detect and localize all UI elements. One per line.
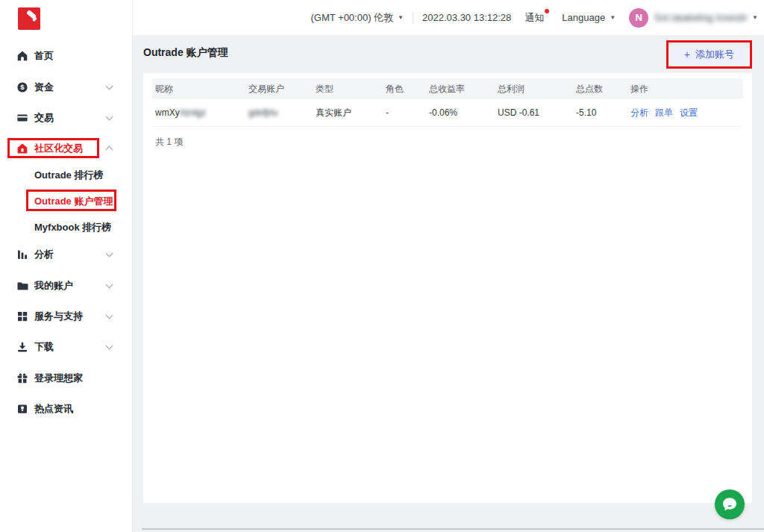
timezone-selector[interactable]: (GMT +00:00) 伦敦 ▼ bbox=[310, 11, 404, 25]
column-header: 操作 bbox=[630, 83, 743, 96]
sidebar-item-label: 我的账户 bbox=[34, 279, 73, 292]
horizontal-scrollbar[interactable] bbox=[142, 528, 764, 530]
sidebar-item-label: 登录理想家 bbox=[34, 372, 83, 385]
download-icon bbox=[16, 341, 28, 353]
cell-nickname: wmXyrtznlgz bbox=[155, 107, 248, 118]
plus-icon: + bbox=[684, 49, 690, 60]
chevron-down-icon bbox=[106, 342, 113, 350]
sidebar-item-label: Myfxbook 排行榜 bbox=[34, 221, 111, 234]
sidebar-item-label: Outrade 账户管理 bbox=[34, 195, 113, 208]
account-masked: gdofjrlu bbox=[248, 107, 278, 118]
table-summary: 共 1 项 bbox=[155, 136, 740, 148]
language-label: Language bbox=[562, 12, 605, 23]
sidebar-item-trade[interactable]: 交易 bbox=[0, 110, 133, 126]
sidebar-item-label: 首页 bbox=[34, 49, 54, 63]
community-home-icon bbox=[16, 143, 28, 154]
table-header-row: 昵称 交易账户 类型 角色 总收益率 总利润 总点数 操作 bbox=[152, 78, 743, 99]
sidebar-item-home[interactable]: 首页 bbox=[0, 48, 133, 64]
caret-down-icon: ▼ bbox=[398, 14, 404, 21]
nickname-masked: rtznlgz bbox=[180, 107, 206, 118]
live-chat-button[interactable] bbox=[715, 489, 745, 519]
username-masked: Sot tatakeling Investing bbox=[654, 12, 748, 23]
column-header: 总利润 bbox=[498, 83, 576, 96]
column-header: 总点数 bbox=[576, 83, 630, 96]
chat-bubble-icon bbox=[721, 495, 739, 513]
sidebar-item-funds[interactable]: $ 资金 bbox=[0, 79, 133, 96]
sidebar-item-my-account[interactable]: 我的账户 bbox=[0, 278, 133, 294]
sidebar-item-hot-news[interactable]: 热点资讯 bbox=[0, 401, 133, 417]
chevron-up-icon bbox=[106, 146, 113, 154]
sidebar-item-community-trading[interactable]: 社区化交易 bbox=[0, 140, 133, 157]
page-header: Outrade 账户管理 + 添加账号 bbox=[133, 35, 764, 71]
svg-text:$: $ bbox=[20, 83, 25, 91]
sidebar-item-label: 热点资讯 bbox=[34, 402, 73, 416]
settings-link[interactable]: 设置 bbox=[680, 107, 698, 119]
column-header: 交易账户 bbox=[248, 83, 316, 96]
sidebar-item-outrade-accounts[interactable]: Outrade 账户管理 bbox=[0, 193, 133, 210]
accounts-table: 昵称 交易账户 类型 角色 总收益率 总利润 总点数 操作 wmXyrtznlg… bbox=[152, 78, 743, 127]
sidebar-item-services[interactable]: 服务与支持 bbox=[0, 308, 133, 325]
sidebar-item-label: 下载 bbox=[34, 340, 54, 354]
column-header: 总收益率 bbox=[429, 83, 498, 96]
topbar-divider bbox=[413, 13, 413, 23]
home-icon bbox=[16, 50, 28, 62]
sidebar-item-label: 服务与支持 bbox=[34, 310, 83, 323]
sidebar-item-label: 社区化交易 bbox=[34, 142, 83, 155]
sidebar: 首页 $ 资金 交易 社区化交易 Outrade 排行榜 Outrade 账户管… bbox=[0, 0, 133, 532]
main-area: (GMT +00:00) 伦敦 ▼ 2022.03.30 13:12:28 通知… bbox=[133, 0, 764, 532]
news-pin-icon bbox=[16, 403, 28, 415]
sidebar-item-outrade-ranking[interactable]: Outrade 排行榜 bbox=[0, 167, 133, 184]
cell-type: 真实账户 bbox=[316, 107, 386, 119]
dollar-icon: $ bbox=[16, 81, 28, 93]
annotation-box-add-account: + 添加账号 bbox=[666, 40, 752, 69]
sidebar-item-lixiangjia[interactable]: 登录理想家 bbox=[0, 370, 133, 387]
sidebar-item-download[interactable]: 下载 bbox=[0, 339, 133, 355]
user-menu[interactable]: Sot tatakeling Investing ▼ bbox=[648, 12, 758, 23]
bar-chart-icon bbox=[16, 248, 28, 260]
folder-icon bbox=[16, 280, 28, 292]
chevron-down-icon bbox=[106, 83, 113, 90]
brand-logo[interactable] bbox=[18, 7, 40, 30]
sidebar-item-analysis[interactable]: 分析 bbox=[0, 246, 133, 263]
grid-icon bbox=[16, 310, 28, 322]
chevron-down-icon bbox=[106, 113, 113, 121]
caret-down-icon: ▼ bbox=[752, 14, 758, 21]
add-account-button[interactable]: + 添加账号 bbox=[674, 45, 745, 64]
table-row: wmXyrtznlgz gdofjrlu 真实账户 - -0.06% USD -… bbox=[152, 99, 743, 127]
sidebar-item-label: 交易 bbox=[34, 111, 54, 125]
add-account-label: 添加账号 bbox=[695, 48, 734, 61]
cell-profit: USD -0.61 bbox=[498, 107, 576, 118]
analyze-link[interactable]: 分析 bbox=[630, 107, 648, 119]
gift-icon bbox=[16, 372, 28, 384]
cell-actions: 分析 跟单 设置 bbox=[630, 107, 743, 119]
timezone-label: (GMT +00:00) 伦敦 bbox=[310, 11, 393, 25]
content-card: 昵称 交易账户 类型 角色 总收益率 总利润 总点数 操作 wmXyrtznlg… bbox=[143, 73, 752, 503]
cell-points: -5.10 bbox=[576, 107, 630, 118]
datetime-display: 2022.03.30 13:12:28 bbox=[422, 12, 511, 23]
notifications-label: 通知 bbox=[525, 11, 544, 25]
nickname-visible: wmXy bbox=[155, 107, 180, 118]
notifications-button[interactable]: 通知 bbox=[525, 11, 544, 25]
notification-dot bbox=[545, 9, 549, 13]
chevron-down-icon bbox=[106, 312, 113, 319]
cell-account: gdofjrlu bbox=[248, 107, 316, 118]
chevron-down-icon bbox=[106, 250, 113, 257]
page-title: Outrade 账户管理 bbox=[143, 46, 228, 60]
avatar[interactable]: N bbox=[629, 8, 648, 28]
language-selector[interactable]: Language ▼ bbox=[562, 12, 616, 23]
copy-trade-link[interactable]: 跟单 bbox=[655, 107, 673, 119]
column-header: 角色 bbox=[386, 83, 429, 96]
card-icon bbox=[16, 112, 28, 124]
sidebar-item-label: 资金 bbox=[34, 81, 54, 94]
chevron-down-icon bbox=[106, 281, 113, 289]
cell-return-rate: -0.06% bbox=[429, 107, 498, 118]
caret-down-icon: ▼ bbox=[610, 14, 616, 21]
cell-role: - bbox=[386, 107, 429, 118]
sidebar-item-label: Outrade 排行榜 bbox=[34, 169, 103, 182]
column-header: 类型 bbox=[316, 83, 386, 96]
sidebar-item-myfxbook-ranking[interactable]: Myfxbook 排行榜 bbox=[0, 219, 133, 236]
column-header: 昵称 bbox=[155, 83, 248, 96]
topbar: (GMT +00:00) 伦敦 ▼ 2022.03.30 13:12:28 通知… bbox=[133, 0, 764, 35]
sidebar-item-label: 分析 bbox=[34, 248, 54, 261]
